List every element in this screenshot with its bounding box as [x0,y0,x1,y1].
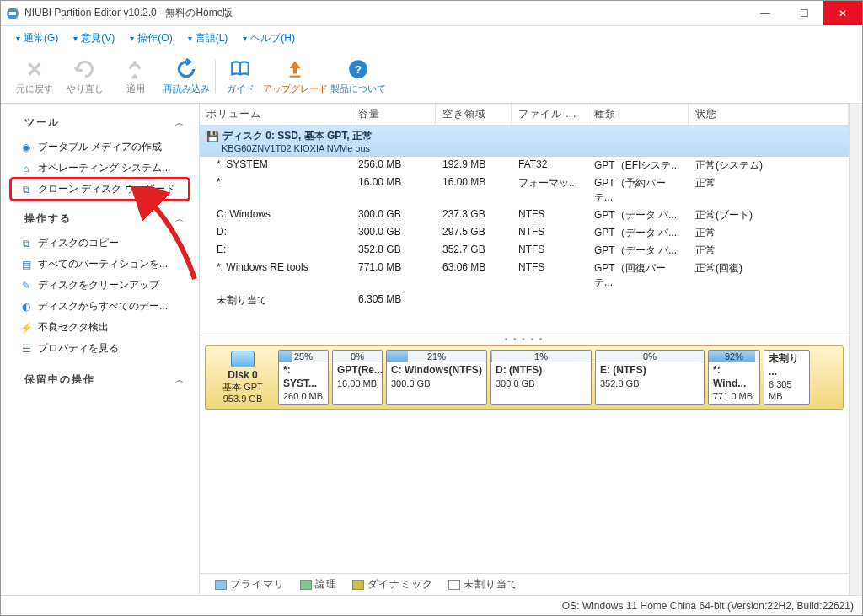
clone-icon: ⧉ [19,183,33,196]
volume-row[interactable]: *: SYSTEM256.0 MB192.9 MBFAT32GPT（EFIシステ… [200,157,849,174]
svg-text:?: ? [355,63,362,76]
chevron-up-icon: ︿ [175,374,185,386]
about-button[interactable]: ? 製品について [329,51,388,102]
scan-icon: ⚡ [19,321,33,335]
toolbar-separator [215,60,216,94]
maximize-button[interactable]: ☐ [785,1,823,25]
os-icon: ⌂ [19,162,33,175]
volume-row[interactable]: 未割り当て6.305 MB [200,292,849,309]
partition-box[interactable]: 0%E: (NTFS)352.8 GB [595,350,705,405]
sidebar-header-ops[interactable]: 操作する ︿ [11,206,189,233]
disc-icon: ◉ [19,141,33,154]
sidebar: ツール ︿ ◉ ブータブル メディアの作成 ⌂ オペレーティング システム...… [1,104,200,595]
chevron-up-icon: ︿ [175,117,185,129]
apply-icon [124,57,147,81]
sidebar-item-clone-disk-wizard[interactable]: ⧉ クローン ディスク ウィザード [11,179,189,200]
apply-button[interactable]: 適用 [110,51,161,102]
volume-row[interactable]: C: Windows300.0 GB237.3 GBNTFSGPT（データ パ.… [200,206,849,224]
volume-table: ボリューム 容量 空き領域 ファイル ... 種類 状態 💾ディスク 0: SS… [200,104,849,335]
disk-icon: 💾 [206,131,219,142]
redo-icon [73,57,97,81]
volume-row[interactable]: *: Windows RE tools771.0 MB63.06 MBNTFSG… [200,260,849,292]
legend: プライマリ 論理 ダイナミック 未割り当て [200,573,849,595]
svg-rect-1 [9,12,16,15]
menubar: ▾通常(G) ▾意見(V) ▾操作(O) ▾言語(L) ▾ヘルプ(H) [1,26,862,50]
sidebar-header-pending[interactable]: 保留中の操作 ︿ [11,367,189,394]
legend-unallocated: 未割り当て [448,577,518,592]
partition-box[interactable]: 21%C: Windows(NTFS)300.0 GB [386,350,487,405]
col-free[interactable]: 空き領域 [436,104,512,125]
sidebar-item-wipe-disk[interactable]: ◐ディスクからすべてのデー... [11,296,189,317]
menu-language[interactable]: ▾言語(L) [181,29,235,48]
guide-icon [228,57,252,81]
partition-box[interactable]: 1%D: (NTFS)300.0 GB [490,350,592,405]
sidebar-item-copy-disk[interactable]: ⧉ディスクのコピー [11,233,189,254]
partition-box[interactable]: 0%GPT(Re...16.00 MB [332,350,383,405]
sidebar-item-all-partitions[interactable]: ▤すべてのパーティションを... [11,254,189,275]
legend-logical: 論理 [300,577,337,592]
vertical-scrollbar[interactable] [849,104,862,595]
about-icon: ? [346,57,370,81]
volume-row[interactable]: *:16.00 MB16.00 MBフォーマッ...GPT（予約パーテ...正常 [200,174,849,206]
partition-box[interactable]: 未割り ...6.305 MB [764,350,810,405]
volume-row[interactable]: D:300.0 GB297.5 GBNTFSGPT（データ パ...正常 [200,224,849,242]
splitter-handle[interactable]: • • • • • [200,335,849,342]
toolbar: 元に戻す やり直し 適用 再読み込み ガイド アップグレード ? 製品について [1,50,862,104]
app-icon [6,7,19,20]
undo-button[interactable]: 元に戻す [9,51,60,102]
disk-map-area: Disk 0 基本 GPT 953.9 GB 25%*: SYST...260.… [200,342,849,413]
close-button[interactable]: ✕ [823,1,862,25]
legend-primary: プライマリ [215,577,285,592]
col-filesystem[interactable]: ファイル ... [512,104,587,125]
partition-box[interactable]: 25%*: SYST...260.0 MB [278,350,329,405]
reload-button[interactable]: 再読み込み [161,51,212,102]
col-capacity[interactable]: 容量 [351,104,436,125]
window-title: NIUBI Partition Editor v10.2.0 - 無料のHome… [24,6,746,20]
chevron-up-icon: ︿ [175,213,185,225]
col-status[interactable]: 状態 [689,104,849,125]
legend-dynamic: ダイナミック [352,577,433,592]
statusbar: OS: Windows 11 Home China 64-bit (Versio… [1,595,862,615]
disk-map-header[interactable]: Disk 0 基本 GPT 953.9 GB [209,350,276,405]
properties-icon: ☰ [19,342,33,356]
guide-button[interactable]: ガイド [219,51,261,102]
col-type[interactable]: 種類 [587,104,689,125]
menu-normal[interactable]: ▾通常(G) [9,29,65,48]
disk-header-row[interactable]: 💾ディスク 0: SSD, 基本 GPT, 正常 KBG60ZNV1T02 KI… [200,126,849,157]
column-headers: ボリューム 容量 空き領域 ファイル ... 種類 状態 [200,104,849,126]
sidebar-item-os[interactable]: ⌂ オペレーティング システム... [11,158,189,179]
sidebar-item-cleanup-disk[interactable]: ✎ディスクをクリーンアップ [11,275,189,296]
svg-rect-2 [290,76,301,78]
menu-help[interactable]: ▾ヘルプ(H) [236,29,302,48]
minimize-button[interactable]: — [746,1,785,25]
sidebar-item-properties[interactable]: ☰プロパティを見る [11,338,189,359]
disk-map: Disk 0 基本 GPT 953.9 GB 25%*: SYST...260.… [205,345,844,410]
sidebar-header-tools[interactable]: ツール ︿ [11,110,189,137]
window-controls: — ☐ ✕ [746,1,862,25]
undo-icon [23,57,46,81]
titlebar: NIUBI Partition Editor v10.2.0 - 無料のHome… [1,1,862,26]
cleanup-icon: ✎ [19,279,33,292]
os-info: OS: Windows 11 Home China 64-bit (Versio… [562,600,854,612]
content-area: ボリューム 容量 空き領域 ファイル ... 種類 状態 💾ディスク 0: SS… [200,104,862,595]
col-volume[interactable]: ボリューム [200,104,351,125]
upgrade-button[interactable]: アップグレード [261,51,329,102]
menu-view[interactable]: ▾意見(V) [67,29,121,48]
copy-icon: ⧉ [19,237,33,250]
partition-box[interactable]: 92%*: Wind...771.0 MB [708,350,760,405]
reload-icon [174,57,198,81]
redo-button[interactable]: やり直し [60,51,110,102]
upgrade-icon [283,57,307,81]
partitions-icon: ▤ [19,258,33,271]
volume-row[interactable]: E:352.8 GB352.7 GBNTFSGPT（データ パ...正常 [200,242,849,260]
menu-operations[interactable]: ▾操作(O) [123,29,179,48]
disk-drive-icon [231,351,255,367]
sidebar-item-bootable-media[interactable]: ◉ ブータブル メディアの作成 [11,137,189,158]
erase-icon: ◐ [19,300,33,313]
sidebar-item-bad-sector[interactable]: ⚡不良セクタ検出 [11,317,189,338]
